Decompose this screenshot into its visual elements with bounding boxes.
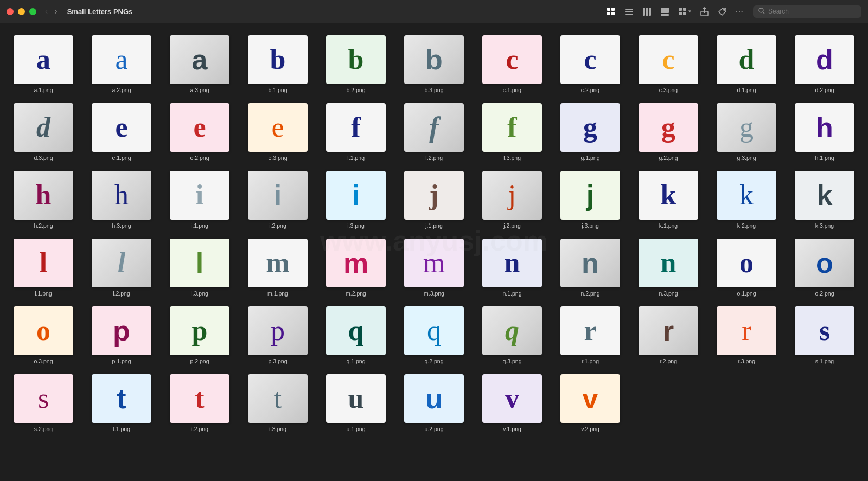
view-grid-button[interactable] <box>603 5 619 18</box>
list-item[interactable]: ii.1.png <box>162 168 238 232</box>
list-item[interactable]: gg.2.png <box>630 100 706 164</box>
list-item[interactable]: dd.3.png <box>5 100 81 164</box>
list-item[interactable]: ii.3.png <box>318 168 394 232</box>
file-label: a.3.png <box>190 87 209 93</box>
nav-arrows: ‹ › <box>43 5 60 17</box>
list-item[interactable]: ss.2.png <box>5 371 81 435</box>
list-item[interactable]: ff.2.png <box>396 100 472 164</box>
list-item[interactable]: ii.2.png <box>240 168 316 232</box>
list-item[interactable]: nn.3.png <box>630 235 706 300</box>
list-item[interactable]: aa.3.png <box>162 32 238 97</box>
list-item[interactable]: cc.1.png <box>474 32 550 97</box>
list-item[interactable]: rr.1.png <box>552 303 628 368</box>
list-item[interactable]: ll.2.png <box>84 235 159 300</box>
file-label: j.1.png <box>425 222 443 229</box>
svg-rect-8 <box>646 8 648 16</box>
list-item[interactable]: hh.2.png <box>5 168 81 232</box>
search-icon <box>758 8 765 16</box>
view-group-button[interactable]: ▾ <box>675 5 694 18</box>
file-label: c.1.png <box>503 87 521 93</box>
list-item[interactable]: bb.1.png <box>240 32 316 97</box>
view-list-button[interactable] <box>621 5 637 18</box>
list-item[interactable]: cc.3.png <box>630 32 706 97</box>
file-label: r.2.png <box>660 358 677 364</box>
list-item[interactable]: vv.2.png <box>552 371 628 435</box>
search-bar[interactable] <box>753 5 861 18</box>
file-label: s.1.png <box>815 358 834 364</box>
svg-rect-13 <box>683 8 686 11</box>
list-item[interactable]: ee.1.png <box>84 100 159 164</box>
view-columns-button[interactable] <box>639 5 655 18</box>
list-item[interactable]: ff.1.png <box>318 100 394 164</box>
list-item[interactable]: aa.1.png <box>5 32 81 97</box>
svg-rect-0 <box>607 8 610 11</box>
forward-button[interactable]: › <box>52 5 59 17</box>
list-item[interactable]: mm.2.png <box>318 235 394 300</box>
list-item[interactable]: ll.3.png <box>162 235 238 300</box>
file-label: s.2.png <box>34 426 53 432</box>
back-button[interactable]: ‹ <box>43 5 50 17</box>
list-item[interactable]: dd.1.png <box>709 32 784 97</box>
file-label: n.1.png <box>502 290 521 297</box>
list-item[interactable]: oo.3.png <box>5 303 81 368</box>
list-item[interactable]: bb.2.png <box>318 32 394 97</box>
svg-rect-10 <box>661 8 669 13</box>
list-item[interactable]: qq.1.png <box>318 303 394 368</box>
list-item[interactable]: rr.3.png <box>709 303 784 368</box>
list-item[interactable]: gg.3.png <box>709 100 784 164</box>
file-label: g.1.png <box>580 155 599 161</box>
list-item[interactable]: uu.2.png <box>396 371 472 435</box>
list-item[interactable]: gg.1.png <box>552 100 628 164</box>
file-label: t.3.png <box>269 426 286 432</box>
maximize-button[interactable] <box>29 8 36 15</box>
list-item[interactable]: jj.2.png <box>474 168 550 232</box>
list-item[interactable]: tt.2.png <box>162 371 238 435</box>
list-item[interactable]: oo.2.png <box>787 235 863 300</box>
close-button[interactable] <box>7 8 14 15</box>
list-item[interactable]: qq.3.png <box>474 303 550 368</box>
list-item[interactable]: kk.1.png <box>630 168 706 232</box>
list-item[interactable]: aa.2.png <box>84 32 159 97</box>
list-item[interactable]: mm.1.png <box>240 235 316 300</box>
list-item[interactable]: jj.1.png <box>396 168 472 232</box>
list-item[interactable]: ll.1.png <box>5 235 81 300</box>
list-item[interactable]: kk.3.png <box>787 168 863 232</box>
list-item[interactable]: pp.2.png <box>162 303 238 368</box>
file-label: f.1.png <box>347 155 365 161</box>
list-item[interactable]: cc.2.png <box>552 32 628 97</box>
list-item[interactable]: dd.2.png <box>787 32 863 97</box>
list-item[interactable]: tt.3.png <box>240 371 316 435</box>
minimize-button[interactable] <box>18 8 25 15</box>
list-item[interactable]: uu.1.png <box>318 371 394 435</box>
search-input[interactable] <box>768 8 856 15</box>
list-item[interactable]: jj.3.png <box>552 168 628 232</box>
list-item[interactable]: pp.1.png <box>84 303 159 368</box>
share-button[interactable] <box>697 5 712 18</box>
list-item[interactable]: tt.1.png <box>84 371 159 435</box>
list-item[interactable]: ee.3.png <box>240 100 316 164</box>
file-label: q.3.png <box>502 358 521 364</box>
list-item[interactable]: oo.1.png <box>709 235 784 300</box>
list-item[interactable]: bb.3.png <box>396 32 472 97</box>
file-label: p.3.png <box>268 358 287 364</box>
list-item[interactable]: ee.2.png <box>162 100 238 164</box>
list-item[interactable]: vv.1.png <box>474 371 550 435</box>
list-item[interactable]: ss.1.png <box>787 303 863 368</box>
more-button[interactable]: ··· <box>732 4 746 18</box>
list-item[interactable]: kk.2.png <box>709 168 784 232</box>
file-label: e.3.png <box>268 155 287 161</box>
list-item[interactable]: hh.3.png <box>84 168 159 232</box>
list-item[interactable]: pp.3.png <box>240 303 316 368</box>
svg-rect-11 <box>661 14 669 16</box>
list-item[interactable]: nn.2.png <box>552 235 628 300</box>
list-item[interactable]: qq.2.png <box>396 303 472 368</box>
list-item[interactable]: rr.2.png <box>630 303 706 368</box>
list-item[interactable]: nn.1.png <box>474 235 550 300</box>
list-item[interactable]: ff.3.png <box>474 100 550 164</box>
tag-button[interactable] <box>714 5 730 18</box>
file-label: o.3.png <box>34 358 53 364</box>
list-item[interactable]: hh.1.png <box>787 100 863 164</box>
view-cover-button[interactable] <box>657 5 673 18</box>
list-item[interactable]: mm.3.png <box>396 235 472 300</box>
file-label: n.3.png <box>659 290 678 297</box>
